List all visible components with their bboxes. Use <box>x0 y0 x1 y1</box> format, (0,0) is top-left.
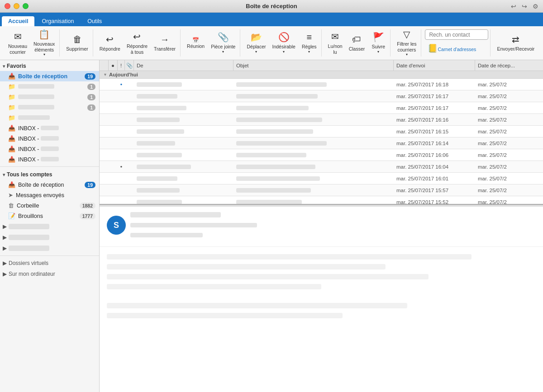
junk-dropdown: ▾ <box>283 50 285 54</box>
follow-icon: 🚩 <box>373 32 384 43</box>
table-row[interactable]: mar. 25/07/2017 16:15 mar. 25/07/2 <box>100 126 543 137</box>
account-collapsed-1[interactable]: ▶ <box>0 221 99 232</box>
body-line-4 <box>107 284 321 289</box>
row-from <box>134 126 233 137</box>
row-from <box>134 102 233 113</box>
row-expand <box>100 149 109 161</box>
follow-button[interactable]: 🚩 Suivre ▾ <box>368 30 388 56</box>
new-mail-button[interactable]: ✉ Nouveau courrier <box>5 30 30 56</box>
table-row[interactable]: ● mar. 25/07/2017 16:04 mar. 25/07/2 <box>100 161 543 173</box>
col-header-attach[interactable]: 📎 <box>125 60 134 71</box>
attachment-button[interactable]: 📎 Pièce jointe ▾ <box>208 30 238 56</box>
account-blurred-3 <box>9 246 49 251</box>
table-row[interactable]: mar. 25/07/2017 15:57 mar. 25/07/2 <box>100 184 543 196</box>
reply-button[interactable]: ↩ Répondre <box>97 30 123 56</box>
body-spacer <box>107 294 536 303</box>
forward-button[interactable]: → Transférer <box>151 30 178 56</box>
account-blurred-1 <box>9 224 49 229</box>
nav-tabs: Accueil Organisation Outils <box>0 13 543 26</box>
tab-outils[interactable]: Outils <box>81 16 108 26</box>
categorize-button[interactable]: 🏷 Classer <box>346 30 368 56</box>
titlebar-icons-group: ↩ ↪ ⚙ <box>511 3 538 10</box>
body-line-6 <box>107 313 343 318</box>
row-flag <box>109 137 118 149</box>
table-row[interactable]: mar. 25/07/2017 16:16 mar. 25/07/2 <box>100 114 543 126</box>
col-header-date-sent[interactable]: Date d'envoi <box>394 60 475 71</box>
sidebar-item-inbox5[interactable]: 📥 INBOX - <box>0 154 99 165</box>
col-header-from[interactable]: De <box>134 60 233 71</box>
account-collapsed-2[interactable]: ▶ <box>0 232 99 243</box>
col-header-date-recv[interactable]: Date de récep... <box>475 60 543 71</box>
row-expand <box>100 184 109 196</box>
col-header-flag[interactable]: ● <box>109 60 118 71</box>
table-row[interactable]: mar. 25/07/2017 16:06 mar. 25/07/2 <box>100 149 543 161</box>
folder2-icon: 📁 <box>8 94 15 100</box>
row-read <box>118 173 125 184</box>
settings-icon[interactable]: ⚙ <box>533 3 538 10</box>
inbox2-label: INBOX - <box>18 125 95 132</box>
tab-accueil[interactable]: Accueil <box>2 16 34 26</box>
undo-icon[interactable]: ↩ <box>511 3 516 10</box>
on-computer-item[interactable]: ▶ Sur mon ordinateur <box>0 269 99 279</box>
move-button[interactable]: 📂 Déplacer ▾ <box>244 30 268 56</box>
table-row[interactable]: mar. 25/07/2017 16:17 mar. 25/07/2 <box>100 102 543 114</box>
new-items-button[interactable]: 📋 Nouveaux éléments ▾ <box>31 30 57 56</box>
all-accounts-label: Tous les comptes <box>7 171 52 178</box>
table-row[interactable]: ● mar. 25/07/2017 16:18 mar. 25/07/2 <box>100 79 543 90</box>
sidebar-item-folder1[interactable]: 📁 1 <box>0 81 99 92</box>
table-row[interactable]: mar. 25/07/2017 16:01 mar. 25/07/2 <box>100 173 543 184</box>
virtual-folders-item[interactable]: ▶ Dossiers virtuels <box>0 258 99 269</box>
col-header-subject[interactable]: Objet <box>233 60 394 71</box>
rules-button[interactable]: ≡ Règles ▾ <box>299 30 319 56</box>
delete-button[interactable]: 🗑 Supprimer <box>63 30 90 56</box>
col-header-read[interactable]: ! <box>118 60 125 71</box>
sidebar-item-folder4[interactable]: 📁 <box>0 113 99 123</box>
sidebar-item-inbox3[interactable]: 📥 INBOX - <box>0 133 99 144</box>
sidebar-item-folder2[interactable]: 📁 1 <box>0 92 99 102</box>
redo-icon[interactable]: ↪ <box>522 3 527 10</box>
sidebar-item-inbox-favorites[interactable]: 📥 Boîte de réception 19 <box>0 71 99 81</box>
sidebar-item-inbox4[interactable]: 📥 INBOX - <box>0 144 99 154</box>
move-group: 📂 Déplacer ▾ 🚫 Indésirable ▾ ≡ Règles ▾ <box>242 29 321 57</box>
sidebar-item-inbox-all[interactable]: 📥 Boîte de réception 19 <box>0 179 99 190</box>
junk-button[interactable]: 🚫 Indésirable ▾ <box>270 30 298 56</box>
sidebar-item-trash[interactable]: 🗑 Corbeille 1882 <box>0 200 99 211</box>
send-receive-button[interactable]: ⇄ Envoyer/Recevoir <box>494 30 537 56</box>
carnet-label: Carnet d'adresses <box>438 47 476 52</box>
reply-all-icon: ↩ <box>133 31 141 42</box>
row-subject <box>233 114 394 125</box>
reply-all-button[interactable]: ↩ Répondre à tous <box>124 30 150 56</box>
delete-group: 🗑 Supprimer <box>62 29 93 57</box>
sidebar-item-folder3[interactable]: 📁 1 <box>0 102 99 113</box>
all-accounts-header[interactable]: ▾ Tous les comptes <box>0 169 99 179</box>
drafts-label: Brouillons <box>18 213 80 219</box>
search-input[interactable] <box>425 29 488 40</box>
minimize-button[interactable] <box>14 3 19 9</box>
close-button[interactable] <box>5 3 10 9</box>
row-from <box>134 90 233 102</box>
move-label: Déplacer <box>247 44 266 50</box>
search-group: 📒 Carnet d'adresses <box>423 29 491 57</box>
read-unread-button[interactable]: ✉ Lu/non lu <box>325 30 345 56</box>
maximize-button[interactable] <box>23 3 29 9</box>
titlebar: Boîte de réception ↩ ↪ ⚙ <box>0 0 543 13</box>
sidebar-item-drafts[interactable]: 📝 Brouillons 1777 <box>0 211 99 221</box>
email-list-area: ● ! 📎 De Objet Date d'envoi Date de réce… <box>100 60 543 205</box>
row-subject <box>233 161 394 172</box>
account-collapsed-3[interactable]: ▶ <box>0 243 99 254</box>
row-expand <box>100 102 109 113</box>
filter-button[interactable]: ▽ Filtrer les courriers ▾ <box>394 30 419 56</box>
rules-label: Règles <box>302 44 317 50</box>
table-row[interactable]: mar. 25/07/2017 16:17 mar. 25/07/2 <box>100 90 543 102</box>
tab-organisation[interactable]: Organisation <box>35 16 80 26</box>
filter-icon: ▽ <box>403 29 410 40</box>
carnet-adresses-button[interactable]: 📒 Carnet d'adresses <box>425 42 479 57</box>
sidebar-item-sent[interactable]: ➤ Messages envoyés <box>0 190 99 200</box>
table-row[interactable]: mar. 25/07/2017 16:14 mar. 25/07/2 <box>100 137 543 149</box>
sidebar-item-inbox2[interactable]: 📥 INBOX - <box>0 123 99 133</box>
table-row[interactable]: mar. 25/07/2017 15:52 mar. 25/07/2 <box>100 196 543 204</box>
inbox-icon: 📥 <box>8 73 15 80</box>
read-group: ✉ Lu/non lu 🏷 Classer 🚩 Suivre ▾ <box>324 29 391 57</box>
meeting-button[interactable]: 📅 Réunion <box>184 30 207 56</box>
favorites-section-header[interactable]: ▾ Favoris <box>0 60 99 71</box>
